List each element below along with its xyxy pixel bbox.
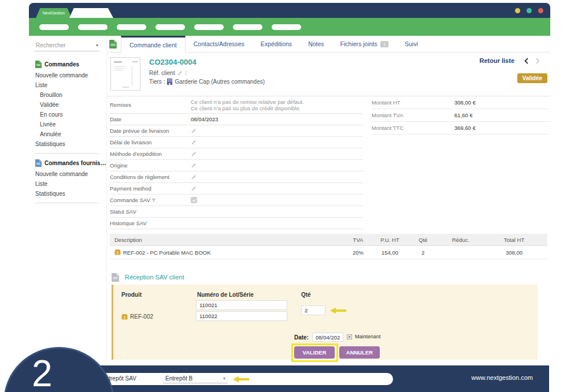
col-header-qte: Qté — [406, 237, 440, 243]
order-fields: Remises Ce client n'a pas de remise rela… — [110, 96, 363, 229]
sav-section-title: Réception SAV client — [112, 273, 550, 281]
sidebar-item-statistiques-fournisseur[interactable]: Statistiques — [29, 189, 106, 199]
sav-date-label: Date: — [294, 334, 309, 341]
valider-button[interactable]: VALIDER — [294, 346, 335, 359]
total-row-montant-tva: Montant TVA 61,60 € — [372, 109, 549, 122]
total-value: 61,60 € — [454, 112, 473, 118]
nav-menu-pill[interactable] — [194, 24, 224, 30]
nav-menu-pill[interactable] — [272, 24, 301, 30]
sidebar-section-commandes: Commandes — [29, 58, 106, 70]
ref-client-label: Réf. client — [149, 70, 175, 76]
nextgestion-tab[interactable]: NextGestion — [36, 8, 72, 18]
blank-tab[interactable] — [69, 8, 113, 18]
sidebar-item-nouvelle-commande[interactable]: Nouvelle commande — [29, 70, 106, 80]
nav-menu-pill[interactable] — [117, 24, 146, 30]
total-row-montant-ht: Montant HT 308,00 € — [372, 96, 549, 109]
sidebar-item-livree[interactable]: Livrée — [29, 120, 106, 129]
brand-label: NextGestion — [43, 11, 65, 15]
remises-note-2: Ce client n'a pas ou plus de crédit disp… — [191, 105, 363, 111]
item-tva: 20% — [342, 249, 374, 256]
window-dot-yellow[interactable] — [515, 8, 520, 13]
edit-pencil-icon[interactable] — [191, 186, 197, 192]
sidebar-item-en-cours[interactable]: En cours — [29, 110, 106, 120]
main-navbar — [29, 18, 550, 36]
col-header-reduc: Réduc. — [440, 237, 481, 243]
sav-checkbox[interactable] — [191, 197, 197, 203]
window-dot-red[interactable] — [538, 8, 543, 13]
form-row-historique-sav: Historique SAV — [110, 218, 363, 229]
order-thumbnail[interactable] — [110, 57, 140, 91]
window-dot-teal[interactable] — [527, 8, 532, 13]
sav-product-ref: REF-002 — [130, 313, 153, 320]
annuler-button[interactable]: ANNULER — [339, 346, 380, 359]
prev-order-button[interactable] — [524, 58, 528, 64]
col-header-pu-ht: P.U. HT — [374, 237, 406, 243]
tab-notes[interactable]: Notes — [300, 36, 332, 52]
order-header: CO2304-0004 Réf. client : Tiers : Garder… — [107, 53, 550, 96]
items-table: Description TVA P.U. HT Qté Réduc. Total… — [110, 234, 547, 259]
sav-reception-panel: Produit Numéro de Lot/Série Qté REF-002 … — [112, 285, 538, 360]
form-row-delai-livraison: Délai de livraison — [110, 137, 363, 148]
tab-suivi[interactable]: Suivi — [397, 36, 426, 52]
form-row-remises: Remises Ce client n'a pas de remise rela… — [110, 96, 363, 114]
warehouse-select[interactable]: Entrepôt B ▾ — [163, 374, 228, 383]
sav-date-input[interactable] — [312, 333, 343, 342]
tiers-label: Tiers : — [149, 79, 165, 85]
nav-menu-pill[interactable] — [233, 24, 262, 30]
order-tiers-line: Tiers : Garderie Cap (Autres commandes) — [149, 79, 265, 85]
next-order-button[interactable] — [536, 58, 540, 64]
sav-col-produit: Produit — [121, 292, 142, 298]
window-controls — [515, 8, 543, 13]
sidebar: Rechercher ▾ Commandes Nouvelle commande… — [29, 36, 107, 365]
form-row-date-prevue: Date prévue de livraison — [110, 125, 363, 137]
field-label: Date prévue de livraison — [110, 128, 191, 134]
sidebar-item-statistiques[interactable]: Statistiques — [29, 139, 106, 149]
document-icon — [109, 40, 117, 48]
divider — [35, 203, 99, 203]
warehouse-pill: Entrepôt SAV Entrepôt B ▾ — [87, 373, 393, 385]
items-table-header: Description TVA P.U. HT Qté Réduc. Total… — [110, 234, 547, 246]
sidebar-item-brouillon[interactable]: Brouillon — [29, 90, 106, 100]
edit-pencil-icon[interactable] — [191, 140, 197, 145]
form-row-methode-expedition: Méthode d'expédition — [110, 148, 363, 160]
total-row-montant-ttc: Montant TTC 369,60 € — [372, 122, 549, 135]
edit-pencil-icon[interactable] — [191, 128, 197, 134]
item-pu-ht: 154,00 — [374, 249, 406, 256]
sav-col-qte: Qté — [301, 292, 311, 298]
step-number: 2 — [32, 352, 53, 392]
sidebar-item-liste[interactable]: Liste — [29, 80, 106, 90]
form-row-conditions-reglement: Conditions de règlement — [110, 171, 363, 183]
tab-fichiers-joints[interactable]: Fichiers joints 1 — [332, 36, 397, 52]
qty-input[interactable] — [301, 305, 325, 315]
divider — [35, 153, 99, 154]
tab-commande-client[interactable]: Commande client — [121, 36, 186, 53]
tab-contacts-adresses[interactable]: Contacts/Adresses — [186, 36, 253, 52]
nav-menu-pill[interactable] — [39, 24, 69, 30]
lot-input-2[interactable] — [196, 311, 287, 321]
sidebar-item-validee[interactable]: Validée — [29, 100, 106, 110]
sidebar-item-nouvelle-commande-fournisseur[interactable]: Nouvelle commande — [29, 169, 106, 179]
sav-col-lot: Numéro de Lot/Série — [197, 292, 254, 298]
ref-separator: : — [185, 70, 187, 76]
edit-pencil-icon[interactable] — [177, 70, 183, 76]
edit-pencil-icon[interactable] — [191, 151, 197, 157]
retour-liste-link[interactable]: Retour liste — [479, 57, 514, 64]
nav-menu-pill[interactable] — [78, 24, 108, 30]
sidebar-item-annulee[interactable]: Annulée — [29, 129, 106, 139]
edit-pencil-icon[interactable] — [191, 163, 197, 169]
date-value: 08/04/2023 — [191, 116, 363, 122]
lot-input-1[interactable] — [196, 300, 287, 310]
field-label: Remises — [110, 102, 191, 108]
order-ref-line: Réf. client : — [149, 70, 187, 76]
nav-menu-pill[interactable] — [155, 24, 185, 30]
sav-title-text: Réception SAV client — [125, 274, 184, 281]
tab-expeditions[interactable]: Expéditions — [253, 36, 300, 52]
now-checkbox[interactable] — [347, 334, 352, 339]
edit-pencil-icon[interactable] — [191, 174, 197, 180]
building-icon — [167, 79, 172, 85]
field-label: Payment method — [110, 185, 191, 192]
total-value: 308,00 € — [454, 99, 476, 106]
order-totals: Montant HT 308,00 € Montant TVA 61,60 € … — [372, 96, 549, 229]
sidebar-item-liste-fournisseur[interactable]: Liste — [29, 179, 106, 189]
search-input[interactable]: Rechercher ▾ — [35, 41, 99, 51]
